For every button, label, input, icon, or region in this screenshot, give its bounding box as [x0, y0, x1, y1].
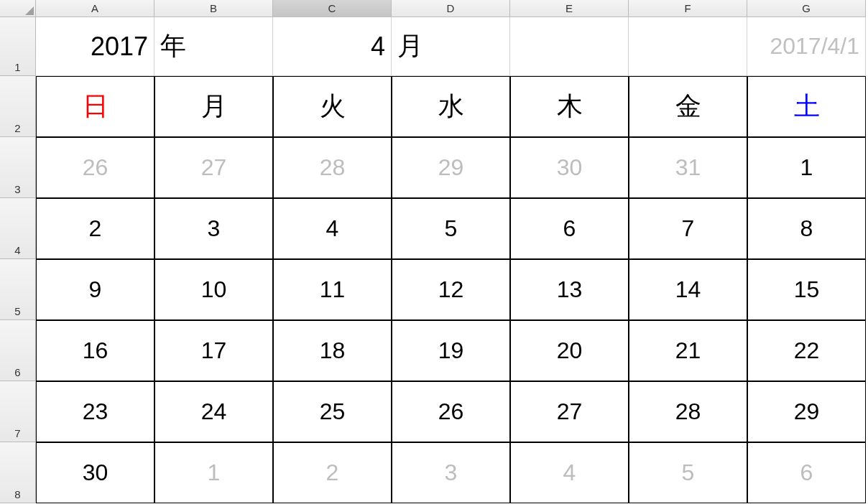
cell-e8[interactable]: 4: [510, 442, 629, 503]
cell-a8[interactable]: 30: [36, 442, 154, 503]
cell-d8[interactable]: 3: [392, 442, 510, 503]
spreadsheet-grid: A B C D E F G 1 2017 年 4 月 2017/4/1 2 日 …: [0, 0, 868, 503]
cell-c4[interactable]: 4: [273, 198, 392, 259]
cell-e1[interactable]: [510, 17, 629, 76]
cell-g5[interactable]: 15: [747, 259, 866, 320]
row-header-6[interactable]: 6: [0, 320, 36, 381]
cell-a1-year-value[interactable]: 2017: [36, 17, 154, 76]
row-header-2[interactable]: 2: [0, 76, 36, 137]
row-header-7[interactable]: 7: [0, 381, 36, 442]
cell-g7[interactable]: 29: [747, 381, 866, 442]
cell-e4[interactable]: 6: [510, 198, 629, 259]
col-header-a[interactable]: A: [36, 0, 154, 17]
row-header-1[interactable]: 1: [0, 17, 36, 76]
cell-a7[interactable]: 23: [36, 381, 154, 442]
col-header-d[interactable]: D: [392, 0, 510, 17]
cell-e5[interactable]: 13: [510, 259, 629, 320]
cell-b1-year-label[interactable]: 年: [154, 17, 273, 76]
cell-e3[interactable]: 30: [510, 137, 629, 198]
cell-c2-day-tue[interactable]: 火: [273, 76, 392, 137]
cell-b8[interactable]: 1: [154, 442, 273, 503]
cell-e7[interactable]: 27: [510, 381, 629, 442]
select-all-corner[interactable]: [0, 0, 36, 17]
cell-e2-day-thu[interactable]: 木: [510, 76, 629, 137]
cell-b3[interactable]: 27: [154, 137, 273, 198]
cell-b4[interactable]: 3: [154, 198, 273, 259]
cell-g3[interactable]: 1: [747, 137, 866, 198]
cell-c1-month-value[interactable]: 4: [273, 17, 392, 76]
cell-f5[interactable]: 14: [629, 259, 747, 320]
row-header-3[interactable]: 3: [0, 137, 36, 198]
row-header-4[interactable]: 4: [0, 198, 36, 259]
cell-g6[interactable]: 22: [747, 320, 866, 381]
cell-g2-day-sat[interactable]: 土: [747, 76, 866, 137]
cell-c5[interactable]: 11: [273, 259, 392, 320]
cell-a4[interactable]: 2: [36, 198, 154, 259]
cell-g8[interactable]: 6: [747, 442, 866, 503]
cell-f6[interactable]: 21: [629, 320, 747, 381]
col-header-c[interactable]: C: [273, 0, 392, 17]
cell-f8[interactable]: 5: [629, 442, 747, 503]
cell-g4[interactable]: 8: [747, 198, 866, 259]
cell-b7[interactable]: 24: [154, 381, 273, 442]
cell-c8[interactable]: 2: [273, 442, 392, 503]
col-header-g[interactable]: G: [747, 0, 866, 17]
cell-a3[interactable]: 26: [36, 137, 154, 198]
cell-d4[interactable]: 5: [392, 198, 510, 259]
cell-a6[interactable]: 16: [36, 320, 154, 381]
cell-f3[interactable]: 31: [629, 137, 747, 198]
row-header-5[interactable]: 5: [0, 259, 36, 320]
cell-d7[interactable]: 26: [392, 381, 510, 442]
cell-b5[interactable]: 10: [154, 259, 273, 320]
cell-g1-helper-date[interactable]: 2017/4/1: [747, 17, 866, 76]
cell-d2-day-wed[interactable]: 水: [392, 76, 510, 137]
row-header-8[interactable]: 8: [0, 442, 36, 503]
cell-d6[interactable]: 19: [392, 320, 510, 381]
cell-a2-day-sun[interactable]: 日: [36, 76, 154, 137]
cell-a5[interactable]: 9: [36, 259, 154, 320]
cell-d1-month-label[interactable]: 月: [392, 17, 510, 76]
cell-f1[interactable]: [629, 17, 747, 76]
cell-b6[interactable]: 17: [154, 320, 273, 381]
cell-e6[interactable]: 20: [510, 320, 629, 381]
col-header-e[interactable]: E: [510, 0, 629, 17]
cell-c7[interactable]: 25: [273, 381, 392, 442]
cell-d3[interactable]: 29: [392, 137, 510, 198]
cell-c6[interactable]: 18: [273, 320, 392, 381]
col-header-f[interactable]: F: [629, 0, 747, 17]
cell-c3[interactable]: 28: [273, 137, 392, 198]
cell-b2-day-mon[interactable]: 月: [154, 76, 273, 137]
cell-f7[interactable]: 28: [629, 381, 747, 442]
col-header-b[interactable]: B: [154, 0, 273, 17]
cell-f4[interactable]: 7: [629, 198, 747, 259]
cell-d5[interactable]: 12: [392, 259, 510, 320]
cell-f2-day-fri[interactable]: 金: [629, 76, 747, 137]
